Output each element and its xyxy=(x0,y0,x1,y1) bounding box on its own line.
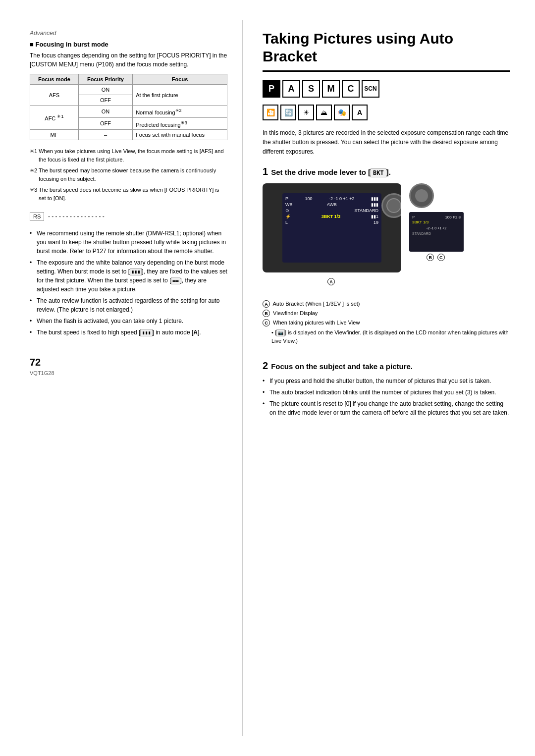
priority-on: ON xyxy=(78,85,132,95)
cam-shots: ▮▮1 xyxy=(371,214,378,219)
step2-bullet-2: The auto bracket indication blinks until… xyxy=(263,388,510,397)
symbol-movie: 🎦 xyxy=(263,105,278,120)
footnote-2: ✳2 The burst speed may become slower bec… xyxy=(30,166,227,183)
symbol-rotate: 🔄 xyxy=(280,105,296,120)
dial-inner xyxy=(386,198,401,213)
main-camera: P 100 -2 -1 0 +1 +2 ▮▮▮ WB AWB ▮▮▮ xyxy=(263,183,401,286)
cam-shutter: 100 xyxy=(305,196,312,201)
label-A: A xyxy=(263,277,401,286)
vf-row-1: P 100 F2.8 xyxy=(412,215,461,219)
circle-label-A: A xyxy=(263,300,270,308)
left-column: Advanced Focusing in burst mode The focu… xyxy=(0,20,243,736)
bullet-item: We recommend using the remote shutter (D… xyxy=(30,229,227,256)
step2-bullet-1: If you press and hold the shutter button… xyxy=(263,377,510,385)
cam-af: ▮▮▮ xyxy=(371,202,378,207)
mode-c: C xyxy=(342,80,360,98)
cam-row-2: WB AWB ▮▮▮ xyxy=(285,202,378,207)
camera-diagram-container: P 100 -2 -1 0 +1 +2 ▮▮▮ WB AWB ▮▮▮ xyxy=(263,183,510,286)
vf-row-3: STANDARD xyxy=(412,232,461,235)
camera-screen-inner: P 100 -2 -1 0 +1 +2 ▮▮▮ WB AWB ▮▮▮ xyxy=(282,193,381,263)
bullet-item: The auto review function is activated re… xyxy=(30,296,227,314)
symbol-bright: ☀ xyxy=(298,105,314,120)
model-number: VQT1G28 xyxy=(30,370,227,376)
anno-a: A Auto Bracket (When [ 1/3EV ] is set) xyxy=(263,300,510,308)
viewfinder-box: P 100 F2.8 3BKT 1/3 -2 -1 0 +1 +2 STANDA… xyxy=(409,212,464,252)
body-text: The focus changes depending on the setti… xyxy=(30,51,227,69)
page-number: 72 xyxy=(30,357,227,368)
vf-bkt: 3BKT 1/3 xyxy=(412,220,428,224)
symbol-person: 🎭 xyxy=(334,105,350,120)
vf-standard: STANDARD xyxy=(412,232,431,235)
cam-bkt: 3BKT 1/3 xyxy=(321,214,341,219)
circle-C: C xyxy=(437,254,445,261)
symbol-auto: A xyxy=(352,105,368,120)
cam-p: P xyxy=(285,196,288,201)
circle-A: A xyxy=(327,278,335,285)
footnote-1: ✳1 When you take pictures using Live Vie… xyxy=(30,147,227,163)
bullet-item: When the flash is activated, you can tak… xyxy=(30,317,227,325)
rs-icon: RS xyxy=(30,212,44,221)
label-c-text: When taking pictures with Live View xyxy=(273,320,360,325)
cam-row-5: L 19 xyxy=(285,220,378,225)
bullet-list: We recommend using the remote shutter (D… xyxy=(30,229,227,337)
priority-off2: OFF xyxy=(78,117,132,130)
table-row: AFS ON At the first picture xyxy=(30,85,227,95)
step2-text: Focus on the subject and take a picture. xyxy=(271,362,413,371)
priority-dash: – xyxy=(78,130,132,140)
mode-a: A xyxy=(282,80,300,98)
section-title: Focusing in burst mode xyxy=(30,41,227,48)
circle-label-C: C xyxy=(263,319,270,326)
cam-mode: ⊙ xyxy=(285,208,289,213)
cam-row-1: P 100 -2 -1 0 +1 +2 ▮▮▮ xyxy=(285,196,378,201)
step1-text: Set the drive mode lever to [BKT]. xyxy=(271,168,391,176)
mode-afs: AFS xyxy=(30,85,79,106)
top-dial xyxy=(409,183,434,208)
bullet-item: The exposure and the white balance vary … xyxy=(30,258,227,294)
step2-bullets: If you press and hold the shutter button… xyxy=(263,377,510,417)
focus-predicted: Predicted focusing✳3 xyxy=(133,117,227,130)
cam-row-3: ⊙ STANDARD xyxy=(285,208,378,213)
label-b-text: Viewfinder Display xyxy=(273,310,318,316)
camera-dial xyxy=(381,193,401,218)
priority-off: OFF xyxy=(78,95,132,106)
cam-battery: ▮▮▮ xyxy=(371,196,378,201)
table-row: MF – Focus set with manual focus xyxy=(30,130,227,140)
focus-mf: Focus set with manual focus xyxy=(133,130,227,140)
col-header-focus: Focus xyxy=(133,74,227,85)
step2-bullet-3: The picture count is reset to [0] if you… xyxy=(263,399,510,417)
dashes: - - - - - - - - - - - - - - - - xyxy=(46,213,105,220)
vf-scale: -2 -1 0 +1 +2 xyxy=(412,226,461,230)
col-header-mode: Focus mode xyxy=(30,74,79,85)
mode-m: M xyxy=(322,80,340,98)
circle-B: B xyxy=(427,254,434,261)
mode-s: S xyxy=(302,80,320,98)
cam-iso: WB xyxy=(285,202,293,207)
step1-header: 1 Set the drive mode lever to [BKT]. xyxy=(263,166,510,177)
divider xyxy=(263,352,510,352)
section-label: Advanced xyxy=(30,30,227,37)
mode-icons-row2: 🎦 🔄 ☀ ⛰ 🎭 A xyxy=(263,105,510,120)
viewfinder-container: P 100 F2.8 3BKT 1/3 -2 -1 0 +1 +2 STANDA… xyxy=(409,183,464,262)
step2-header: 2 Focus on the subject and take a pictur… xyxy=(263,360,510,372)
live-view-note: • [📷] is displayed on the Viewfinder. (I… xyxy=(263,328,510,345)
cam-awb: AWB xyxy=(327,202,337,207)
anno-c: C When taking pictures with Live View xyxy=(263,319,510,326)
col-header-priority: Focus Priority xyxy=(78,74,132,85)
circle-label-B: B xyxy=(263,310,270,317)
mode-icons-row1: P A S M C SCN xyxy=(263,80,510,98)
chapter-title: Taking Pictures using Auto Bracket xyxy=(263,30,510,72)
cam-count: 19 xyxy=(374,220,378,225)
intro-text: In this mode, 3 pictures are recorded in… xyxy=(263,128,510,157)
icon-container: RS - - - - - - - - - - - - - - - - xyxy=(30,208,227,225)
mode-afc: AFC ✳1 xyxy=(30,106,79,130)
diagram-row: P 100 -2 -1 0 +1 +2 ▮▮▮ WB AWB ▮▮▮ xyxy=(263,183,510,286)
right-column: Taking Pictures using Auto Bracket P A S… xyxy=(243,20,535,736)
step2-number: 2 xyxy=(263,360,268,372)
cam-level: L xyxy=(285,220,288,225)
label-a-text: Auto Bracket (When [ 1/3EV ] is set) xyxy=(272,301,360,307)
mode-scn: SCN xyxy=(362,80,379,98)
bullet-item: The burst speed is fixed to high speed [… xyxy=(30,328,227,337)
camera-screen-outer: P 100 -2 -1 0 +1 +2 ▮▮▮ WB AWB ▮▮▮ xyxy=(263,183,401,272)
priority-on2: ON xyxy=(78,106,132,118)
symbol-mountain: ⛰ xyxy=(316,105,332,120)
